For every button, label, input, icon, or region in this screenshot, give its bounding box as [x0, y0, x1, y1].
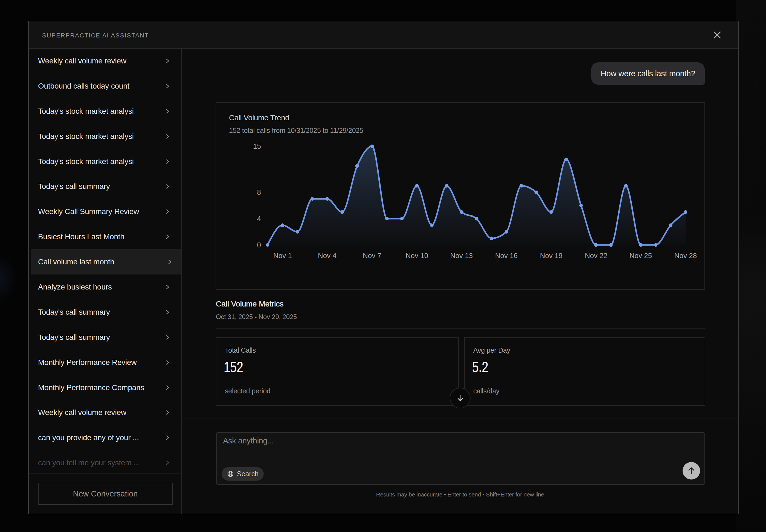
svg-text:15: 15 [253, 142, 261, 150]
svg-text:Nov 1: Nov 1 [273, 252, 292, 260]
svg-text:Nov 7: Nov 7 [363, 252, 381, 260]
svg-text:Nov 28: Nov 28 [674, 252, 697, 260]
svg-text:Nov 22: Nov 22 [585, 252, 607, 260]
svg-text:8: 8 [257, 188, 261, 196]
svg-text:4: 4 [257, 215, 261, 223]
svg-text:Nov 16: Nov 16 [495, 252, 518, 260]
svg-text:Nov 10: Nov 10 [406, 252, 428, 260]
svg-text:Nov 13: Nov 13 [450, 252, 473, 260]
svg-text:Nov 4: Nov 4 [318, 252, 336, 260]
svg-text:0: 0 [257, 241, 261, 249]
svg-text:Nov 19: Nov 19 [540, 252, 563, 260]
svg-text:Nov 25: Nov 25 [630, 252, 652, 260]
